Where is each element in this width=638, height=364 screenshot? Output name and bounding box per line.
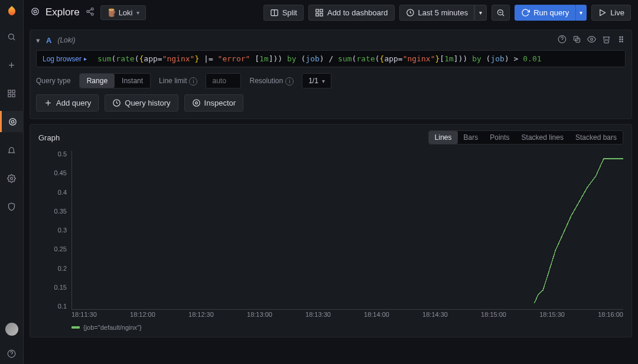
live-button[interactable]: Live [591, 5, 631, 21]
compass-icon [31, 7, 40, 18]
log-browser-toggle[interactable]: Log browser ▸ [37, 51, 93, 67]
run-query-button[interactable]: Run query [515, 5, 575, 21]
top-toolbar: Explore 🪵 Loki ▾ Split Add to dashboard … [24, 0, 638, 25]
info-icon[interactable]: i [189, 77, 197, 86]
time-range-label: Last 5 minutes [418, 8, 468, 17]
query-type-range[interactable]: Range [80, 74, 115, 88]
query-delete-icon[interactable] [602, 35, 611, 45]
graph-panel: Graph Lines Bars Points Stacked lines St… [30, 124, 632, 337]
graph-title: Graph [38, 133, 60, 142]
add-to-dashboard-label: Add to dashboard [327, 8, 388, 17]
viz-tab-points[interactable]: Points [484, 131, 515, 144]
svg-point-37 [621, 37, 623, 38]
split-label: Split [282, 8, 297, 17]
svg-marker-14 [34, 10, 37, 13]
query-expression[interactable]: sum(rate({app="nginx"} |= "error" [1m]))… [93, 51, 625, 67]
line-limit-label: Line limiti [159, 77, 197, 86]
time-zoom-out-button[interactable] [491, 5, 510, 21]
svg-line-28 [502, 14, 504, 16]
query-ref-id: A [46, 36, 51, 45]
svg-point-13 [32, 8, 38, 15]
chevron-down-icon: ▾ [136, 9, 139, 16]
page-title: Explore [45, 6, 80, 18]
chart-area[interactable]: 0.5 0.45 0.4 0.35 0.3 0.25 0.2 0.15 0.1 … [38, 150, 623, 322]
nav-search[interactable] [0, 26, 24, 47]
svg-line-1 [13, 38, 15, 40]
inspector-button[interactable]: Inspector [184, 94, 243, 112]
nav-explore[interactable] [0, 111, 24, 132]
svg-rect-24 [316, 13, 318, 15]
nav-admin[interactable] [0, 196, 24, 217]
nav-dashboards[interactable] [0, 83, 24, 104]
query-drag-handle-icon[interactable] [617, 35, 626, 45]
query-ds-label: (Loki) [57, 36, 75, 44]
svg-point-0 [9, 34, 14, 39]
query-help-icon[interactable] [558, 35, 567, 45]
svg-point-41 [621, 41, 623, 42]
svg-point-35 [591, 38, 593, 41]
query-history-button[interactable]: Query history [105, 94, 178, 112]
svg-rect-4 [8, 90, 11, 92]
split-button[interactable]: Split [263, 5, 304, 21]
time-range-caret[interactable]: ▾ [474, 5, 487, 21]
svg-point-15 [91, 8, 93, 10]
nav-settings[interactable] [0, 168, 24, 189]
time-range-picker[interactable]: Last 5 minutes [399, 5, 475, 21]
svg-rect-22 [316, 9, 318, 11]
svg-rect-6 [8, 94, 11, 96]
viz-type-tabs: Lines Bars Points Stacked lines Stacked … [428, 130, 623, 145]
add-to-dashboard-button[interactable]: Add to dashboard [308, 5, 395, 21]
svg-marker-30 [600, 9, 606, 15]
svg-line-18 [89, 9, 91, 11]
info-icon[interactable]: i [285, 77, 294, 86]
svg-rect-23 [320, 9, 323, 11]
chart-legend[interactable]: {job="default/nginx"} [71, 324, 623, 331]
run-query-label: Run query [533, 8, 569, 17]
svg-point-36 [620, 37, 621, 38]
loki-logo-icon: 🪵 [107, 8, 115, 17]
nav-create[interactable] [0, 54, 24, 76]
svg-point-10 [11, 177, 13, 179]
svg-point-38 [620, 39, 621, 40]
viz-tab-bars[interactable]: Bars [458, 131, 484, 144]
line-series [72, 150, 623, 309]
grafana-logo-icon[interactable] [5, 5, 19, 19]
chevron-down-icon: ▾ [322, 78, 325, 84]
y-axis: 0.5 0.45 0.4 0.35 0.3 0.25 0.2 0.15 0.1 [38, 150, 70, 310]
datasource-picker[interactable]: 🪵 Loki ▾ [100, 5, 146, 20]
svg-point-8 [9, 118, 15, 124]
viz-tab-stacked-bars[interactable]: Stacked bars [569, 131, 623, 144]
resolution-value: 1/1 [308, 77, 318, 85]
chevron-down-icon: ▾ [479, 9, 482, 16]
nav-alerting[interactable] [0, 139, 24, 160]
resolution-select[interactable]: 1/1 ▾ [302, 73, 331, 88]
add-query-button[interactable]: Add query [36, 94, 99, 112]
resolution-label: Resolutioni [249, 77, 294, 86]
query-editor[interactable]: Log browser ▸ sum(rate({app="nginx"} |= … [36, 50, 626, 67]
query-panel: ▾ A (Loki) Log browser ▸ sum(rate({app="… [30, 29, 632, 119]
legend-swatch [71, 326, 80, 329]
query-duplicate-icon[interactable] [572, 35, 581, 45]
svg-rect-7 [12, 94, 15, 96]
svg-point-40 [620, 41, 621, 42]
query-type-instant[interactable]: Instant [115, 74, 150, 88]
x-axis: 18:11:30 18:12:00 18:12:30 18:13:00 18:1… [71, 311, 623, 322]
share-icon[interactable] [86, 7, 95, 18]
query-collapse-toggle[interactable]: ▾ [36, 36, 40, 45]
log-browser-label: Log browser [43, 55, 82, 63]
viz-tab-lines[interactable]: Lines [429, 131, 458, 144]
query-type-label: Query type [36, 77, 71, 85]
datasource-name: Loki [119, 8, 133, 17]
query-toggle-visibility-icon[interactable] [587, 35, 596, 45]
nav-help[interactable] [0, 343, 24, 364]
user-avatar[interactable] [5, 323, 18, 336]
line-limit-input[interactable] [206, 73, 241, 88]
main-content: Explore 🪵 Loki ▾ Split Add to dashboard … [24, 0, 638, 364]
query-history-label: Query history [125, 99, 170, 107]
svg-marker-9 [11, 120, 14, 123]
svg-point-17 [91, 13, 93, 15]
run-query-options[interactable]: ▾ [575, 5, 587, 21]
viz-tab-stacked-lines[interactable]: Stacked lines [516, 131, 569, 144]
svg-rect-5 [12, 90, 15, 92]
chevron-down-icon: ▾ [580, 9, 582, 16]
